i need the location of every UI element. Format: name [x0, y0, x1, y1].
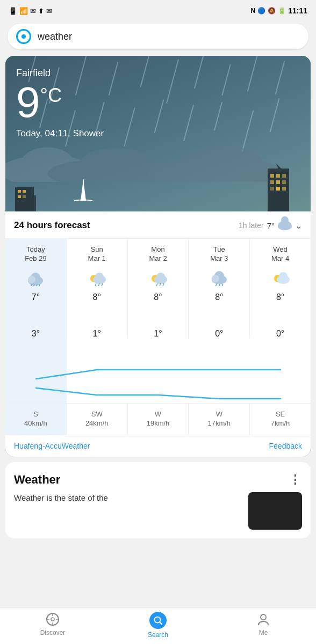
- wind-dir-1: SW: [91, 410, 103, 418]
- wind-dir-0: S: [33, 410, 38, 418]
- temp-graph-container: [5, 349, 311, 403]
- search-bar[interactable]: weather: [8, 24, 308, 49]
- svg-line-42: [163, 283, 164, 286]
- forecast-footer: Huafeng-AccuWeather Feedback: [5, 435, 311, 457]
- days-table: Today Feb 29 7° 3°: [5, 238, 311, 339]
- more-options-icon[interactable]: ⋮: [289, 473, 302, 487]
- status-right-icons: N 🔵 🔕 🔋 11:11: [251, 6, 307, 15]
- day-col-1[interactable]: Sun Mar 1 8° 1°: [67, 239, 128, 339]
- info-card-text: Weather is the state of the: [14, 492, 241, 504]
- wind-dir-3: W: [216, 410, 222, 418]
- temp-low-3: 0°: [215, 329, 223, 339]
- date-label-1: Mar 1: [88, 254, 106, 262]
- nav-me-label: Me: [259, 629, 268, 636]
- svg-point-39: [156, 273, 165, 281]
- temp-high-1: 8°: [93, 292, 101, 302]
- wind-speed-1: 24km/h: [85, 419, 109, 427]
- day-col-4[interactable]: Wed Mar 4 8° 0°: [250, 239, 311, 339]
- weather-description: Today, 04:11, Shower: [16, 128, 300, 139]
- svg-line-27: [31, 284, 32, 286]
- svg-point-26: [28, 276, 35, 283]
- status-time: 11:11: [288, 6, 307, 15]
- sim-icon: 📱: [9, 7, 17, 15]
- forecast-next-temp: 7°: [267, 221, 275, 230]
- chevron-down-icon[interactable]: ⌄: [295, 221, 302, 231]
- forecast-next[interactable]: 1h later 7° ⌄: [239, 221, 302, 231]
- nav-me[interactable]: Me: [211, 612, 316, 639]
- date-label-0: Feb 29: [25, 254, 46, 262]
- info-card-thumbnail: [248, 492, 302, 530]
- sailboat-svg: [70, 177, 97, 203]
- temp-high-2: 8°: [154, 292, 162, 302]
- svg-point-33: [95, 273, 104, 281]
- svg-line-40: [156, 283, 157, 286]
- svg-line-59: [160, 622, 162, 624]
- search-input[interactable]: weather: [38, 31, 72, 42]
- svg-line-34: [95, 283, 96, 286]
- nav-search[interactable]: Search: [105, 612, 211, 639]
- day-label-2: Mon: [151, 245, 164, 253]
- day-label-0: Today: [26, 245, 45, 253]
- svg-rect-22: [276, 187, 280, 191]
- temp-low-1: 1°: [93, 329, 101, 339]
- svg-rect-8: [23, 190, 26, 193]
- wind-speed-2: 19km/h: [147, 419, 170, 427]
- wind-col-4: SE 7km/h: [250, 404, 311, 435]
- status-bar: 📱 📶 ✉ ⬆ ✉ N 🔵 🔕 🔋 11:11: [0, 0, 316, 19]
- wind-speed-0: 40km/h: [24, 419, 47, 427]
- weather-city: Fairfield: [16, 68, 300, 79]
- svg-rect-16: [276, 174, 280, 178]
- svg-rect-19: [276, 180, 280, 184]
- info-card-title: Weather: [14, 473, 60, 487]
- svg-point-60: [261, 614, 266, 620]
- battery-icon: 🔋: [278, 7, 286, 14]
- forecast-header: 24 hours forecast 1h later 7° ⌄: [5, 220, 311, 238]
- day-label-3: Tue: [213, 245, 225, 253]
- discover-icon: [45, 612, 60, 627]
- wind-speed-3: 17km/h: [207, 419, 231, 427]
- svg-rect-15: [270, 174, 274, 178]
- me-icon: [256, 612, 271, 627]
- city-silhouette: [5, 169, 311, 211]
- svg-rect-23: [282, 187, 286, 191]
- bluetooth-icon: 🔵: [257, 7, 265, 14]
- svg-point-45: [212, 275, 219, 282]
- feedback-link[interactable]: Feedback: [269, 442, 302, 450]
- day-col-2[interactable]: Mon Mar 2 8° 1°: [128, 239, 189, 339]
- svg-point-53: [51, 618, 54, 621]
- wind-col-1: SW 24km/h: [67, 404, 128, 435]
- weather-temperature: 9: [16, 81, 40, 124]
- temp-graph-svg: [5, 349, 311, 403]
- left-building-svg: [15, 185, 37, 211]
- status-left-icons: 📱 📶 ✉ ⬆ ✉: [9, 7, 52, 15]
- svg-marker-14: [276, 163, 281, 169]
- temp-high-4: 8°: [276, 292, 284, 302]
- day-col-today[interactable]: Today Feb 29 7° 3°: [5, 239, 67, 339]
- wind-col-3: W 17km/h: [189, 404, 250, 435]
- nav-discover[interactable]: Discover: [0, 612, 105, 639]
- date-label-4: Mar 4: [271, 254, 289, 262]
- temp-low-4: 0°: [276, 329, 284, 339]
- svg-rect-9: [18, 195, 21, 198]
- svg-rect-20: [282, 180, 286, 184]
- bottom-nav: Discover Search Me: [0, 607, 316, 644]
- info-card-header: Weather ⋮: [14, 473, 302, 487]
- weather-card: Fairfield 9 °C Today, 04:11, Shower 24 h…: [5, 56, 311, 457]
- weather-unit: °C: [40, 84, 62, 107]
- wind-col-0: S 40km/h: [5, 404, 67, 435]
- info-card-body: Weather is the state of the: [14, 492, 302, 530]
- cloud-icon: [278, 221, 292, 230]
- source-link[interactable]: Huafeng-AccuWeather: [14, 442, 90, 450]
- day-label-4: Wed: [273, 245, 288, 253]
- forecast-title: 24 hours forecast: [14, 220, 90, 231]
- msg-icon: ✉: [46, 7, 52, 15]
- weather-temp-row: 9 °C: [16, 79, 300, 124]
- day-col-3[interactable]: Tue Mar 3 8° 0°: [189, 239, 250, 339]
- svg-rect-21: [270, 187, 274, 191]
- graph-separator: [5, 339, 311, 349]
- wind-dir-2: W: [155, 410, 161, 418]
- nav-discover-label: Discover: [40, 629, 66, 636]
- upload-icon: ⬆: [38, 7, 44, 15]
- svg-line-46: [216, 284, 217, 286]
- svg-rect-10: [23, 195, 26, 198]
